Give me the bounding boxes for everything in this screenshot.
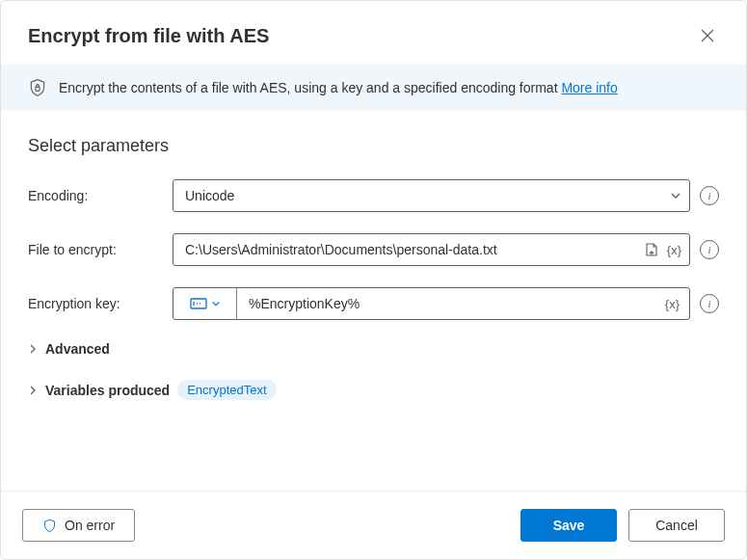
shield-lock-icon xyxy=(28,78,47,97)
key-label: Encryption key: xyxy=(28,296,173,311)
text-input-icon xyxy=(190,298,207,309)
key-value: %EncryptionKey% xyxy=(237,288,655,319)
svg-rect-0 xyxy=(36,87,40,91)
file-info-icon[interactable]: i xyxy=(700,240,719,259)
dialog-title: Encrypt from file with AES xyxy=(28,25,269,47)
close-icon xyxy=(701,29,714,42)
encoding-value: Unicode xyxy=(185,188,670,203)
dialog-footer: On error Save Cancel xyxy=(1,491,746,559)
close-button[interactable] xyxy=(692,20,723,51)
chevron-down-icon xyxy=(670,190,681,201)
chevron-right-icon xyxy=(28,386,38,395)
cancel-button[interactable]: Cancel xyxy=(628,509,725,542)
shield-icon xyxy=(42,519,57,533)
dialog: Encrypt from file with AES Encrypt the c… xyxy=(0,0,747,560)
variable-token-icon[interactable]: {x} xyxy=(665,297,680,311)
file-input[interactable]: C:\Users\Administrator\Documents\persona… xyxy=(173,233,690,266)
key-type-selector[interactable] xyxy=(173,288,237,319)
variables-expander[interactable]: Variables produced EncryptedText xyxy=(28,380,719,400)
key-info-icon[interactable]: i xyxy=(700,294,719,313)
file-label: File to encrypt: xyxy=(28,242,173,257)
encoding-info-icon[interactable]: i xyxy=(700,186,719,205)
encoding-select[interactable]: Unicode xyxy=(173,179,690,212)
advanced-label: Advanced xyxy=(45,341,110,357)
encoding-row: Encoding: Unicode i xyxy=(28,179,719,212)
variables-label: Variables produced xyxy=(45,383,170,398)
dialog-header: Encrypt from file with AES xyxy=(1,1,746,65)
on-error-button[interactable]: On error xyxy=(22,509,135,542)
chevron-down-icon xyxy=(211,299,221,308)
key-input[interactable]: %EncryptionKey% {x} xyxy=(173,287,690,320)
dialog-content: Select parameters Encoding: Unicode i Fi… xyxy=(1,111,746,491)
banner-text: Encrypt the contents of a file with AES,… xyxy=(59,80,618,95)
file-value: C:\Users\Administrator\Documents\persona… xyxy=(185,242,644,257)
info-banner: Encrypt the contents of a file with AES,… xyxy=(1,65,746,111)
save-button[interactable]: Save xyxy=(520,509,617,542)
variable-token-icon[interactable]: {x} xyxy=(667,243,681,257)
chevron-right-icon xyxy=(28,344,38,354)
file-row: File to encrypt: C:\Users\Administrator\… xyxy=(28,233,719,266)
file-picker-icon[interactable] xyxy=(644,242,659,257)
section-title: Select parameters xyxy=(28,136,719,156)
key-row: Encryption key: %EncryptionKey% {x} i xyxy=(28,287,719,320)
variable-pill[interactable]: EncryptedText xyxy=(177,380,276,400)
encoding-label: Encoding: xyxy=(28,188,173,203)
more-info-link[interactable]: More info xyxy=(561,80,617,95)
advanced-expander[interactable]: Advanced xyxy=(28,341,719,357)
